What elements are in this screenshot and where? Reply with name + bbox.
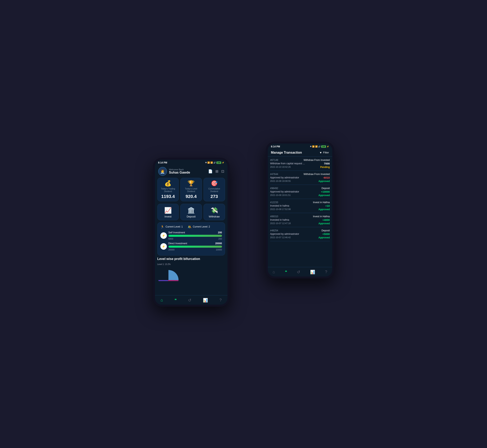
stats-icon-right: 📊	[310, 270, 315, 274]
filter-button[interactable]: ▼ Filter	[319, 151, 329, 154]
nav-chat-right[interactable]: ❝	[283, 269, 289, 275]
invest-button[interactable]: 📈 Invest	[157, 204, 179, 220]
transaction-title: Manage Transaction	[271, 151, 302, 154]
trans-item-3[interactable]: #12233 Invest in Hafma Invested in hafma…	[270, 199, 330, 213]
direct-inv-icon: ⚡	[160, 243, 167, 250]
status-icons-right: ✳ 📶 📶 🔊 100 ⚡	[310, 145, 329, 148]
history-icon-right: ↺	[297, 270, 300, 274]
home-icon-left: ⌂	[161, 298, 163, 303]
trans-desc-4: Invested in hafma	[270, 218, 322, 222]
trans-item-1[interactable]: #47644 Withdraw From Invested Approved b…	[270, 171, 330, 185]
trans-item-0[interactable]: #67149 Withdraw From Invested Withdraw f…	[270, 157, 330, 171]
trans-date-4: 2022-10-07 12:47:18	[270, 222, 291, 225]
nav-home-right[interactable]: ⌂	[271, 269, 277, 275]
filter-label: Filter	[323, 151, 329, 154]
trans-id-4: #89310	[270, 215, 278, 218]
deposit-button[interactable]: 🏛️ Deposit	[180, 204, 202, 220]
direct-inv-progress-bg	[169, 246, 222, 248]
trans-type-5: Deposit	[322, 229, 330, 232]
level-label: Today's Level Dividend	[182, 187, 200, 193]
direct-inv-min: 20000	[169, 248, 175, 251]
trading-dividend-card[interactable]: 💰 Today's Trading Dividend 1193.4	[157, 178, 179, 201]
dividend-section: 💰 Today's Trading Dividend 1193.4 🏆 Toda…	[155, 178, 227, 203]
nav-history-right[interactable]: ↺	[295, 269, 302, 275]
trans-item-4[interactable]: #89310 Invest in Hafma Invested in hafma…	[270, 213, 330, 227]
trans-status-0: Pending	[320, 166, 330, 168]
trans-desc-3: Invested in hafma	[270, 204, 325, 207]
history-icon-left: ↺	[188, 298, 191, 303]
trans-type-3: Invest in Hafma	[313, 201, 330, 204]
action-section: 📈 Invest 🏛️ Deposit 💸 Withdraw	[155, 203, 227, 222]
trans-desc-2: Approved by adminastrator	[270, 190, 321, 193]
chart-label: Level 1: 13.2%	[157, 263, 179, 265]
help-icon-right: ?	[325, 270, 327, 274]
left-phone: 8:14 PM ✳ 📶 📶 🔊 100 ⚡ 🧑‍💼 Welcome Back S…	[153, 158, 229, 307]
trans-date-0: 2022-10-10 18:42:26	[270, 166, 291, 168]
pie-chart	[157, 267, 179, 281]
nav-stats-right[interactable]: 📊	[308, 269, 317, 275]
nav-chat-left[interactable]: ❝	[173, 297, 178, 303]
chat-icon-left: ❝	[174, 298, 177, 303]
time-left: 8:14 PM	[158, 161, 167, 164]
trans-status-2: Approved	[318, 194, 330, 197]
main-app: 8:14 PM ✳ 📶 📶 🔊 100 ⚡ 🧑‍💼 Welcome Back S…	[155, 160, 227, 305]
filter-icon: ▼	[319, 151, 322, 154]
self-inv-target: 200	[218, 231, 222, 234]
trans-status-3: Approved	[318, 208, 330, 211]
level-section: 🏃 Current Level: 1 🤼 Current Level: 2 ⚡	[157, 222, 225, 256]
bottom-nav-right: ⌂ ❝ ↺ 📊 ?	[268, 267, 332, 276]
trans-status-5: Approved	[318, 236, 330, 239]
transaction-header: Manage Transaction ▼ Filter	[268, 149, 332, 157]
trans-id-0: #67149	[270, 159, 278, 161]
withdraw-icon: 💸	[205, 207, 223, 214]
level2-label: Current Level: 2	[193, 225, 210, 228]
status-bar-left: 8:14 PM ✳ 📶 📶 🔊 100 ⚡	[155, 160, 227, 165]
cumulative-dividend-card[interactable]: 🎯 Cummulative Dividend 273	[203, 178, 225, 201]
trans-id-3: #12233	[270, 201, 278, 204]
trans-desc-0: Withdraw from capital request ...	[270, 162, 324, 165]
level-icon: 🏆	[182, 180, 200, 187]
self-inv-max: 200	[218, 238, 222, 240]
trading-value: 1193.4	[159, 194, 177, 199]
direct-inv-max: 10000	[216, 248, 222, 251]
level1-label: Current Level: 1	[166, 225, 183, 228]
doc-icon[interactable]: 📄	[208, 169, 212, 174]
trans-amount-3: +10	[325, 204, 330, 207]
battery-right: 100	[321, 145, 326, 148]
profit-section: Level wise profit bifurcation Level 1: 1…	[155, 257, 227, 283]
trans-status-1: Approved	[318, 180, 330, 183]
status-icons-left: ✳ 📶 📶 🔊 100 ⚡	[205, 161, 224, 164]
trans-id-1: #47644	[270, 173, 278, 176]
trans-date-5: 2022-10-07 12:46:42	[270, 236, 291, 239]
nav-help-left[interactable]: ?	[218, 297, 223, 303]
direct-inv-label: Direct Investment	[169, 242, 187, 245]
invest-label: Invest	[159, 215, 177, 218]
nav-stats-left[interactable]: 📊	[201, 297, 210, 303]
direct-investment-row: ⚡ Direct Investment 20000 20000	[160, 242, 222, 251]
trans-item-5[interactable]: #48254 Deposit Approved by adminastrator…	[270, 227, 330, 241]
trans-amount-2: +10000	[321, 190, 330, 193]
nav-home-left[interactable]: ⌂	[159, 297, 165, 303]
scene: 8:14 PM ✳ 📶 📶 🔊 100 ⚡ 🧑‍💼 Welcome Back S…	[153, 142, 334, 307]
trans-amount-0: 7000	[324, 162, 330, 165]
direct-inv-target: 20000	[215, 242, 222, 245]
level-dividend-card[interactable]: 🏆 Today's Level Dividend 920.4	[180, 178, 202, 201]
trading-label: Today's Trading Dividend	[159, 187, 177, 193]
level-value: 920.4	[182, 194, 200, 199]
trans-desc-1: Approved by adminastrator	[270, 176, 323, 179]
level1-item: 🏃 Current Level: 1	[160, 225, 183, 229]
qr-icon[interactable]: ⊞	[215, 169, 219, 174]
trans-date-2: 2022-10-08 18:01:51	[270, 194, 291, 197]
cumulative-icon: 🎯	[205, 180, 223, 187]
share-icon[interactable]: ⊡	[221, 169, 224, 174]
withdraw-button[interactable]: 💸 Withdraw	[203, 204, 225, 220]
trans-id-2: #98492	[270, 187, 278, 190]
cumulative-label: Cummulative Dividend	[205, 187, 223, 193]
trans-date-1: 2022-10-08 18:08:55	[270, 180, 291, 183]
deposit-label: Deposit	[182, 215, 200, 218]
nav-history-left[interactable]: ↺	[186, 297, 193, 303]
nav-help-right[interactable]: ?	[323, 269, 329, 275]
trans-item-2[interactable]: #98492 Deposit Approved by adminastrator…	[270, 185, 330, 199]
cumulative-value: 273	[205, 194, 223, 199]
transaction-list: #67149 Withdraw From Invested Withdraw f…	[268, 157, 332, 261]
